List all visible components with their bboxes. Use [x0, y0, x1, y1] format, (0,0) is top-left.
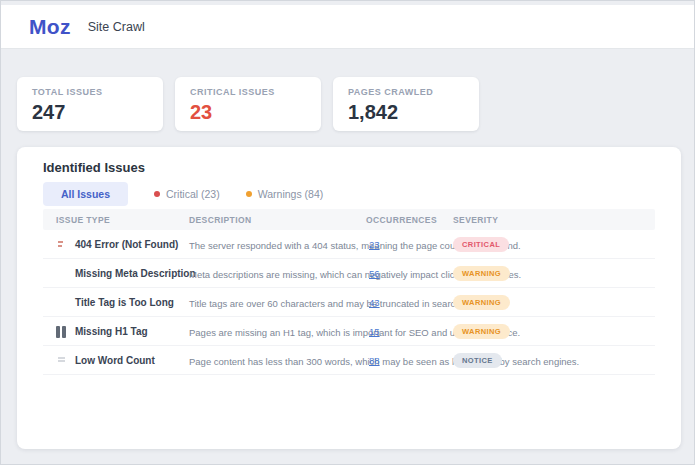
occurrences-link[interactable]: 15 [369, 326, 380, 337]
severity-badge: WARNING [453, 266, 510, 281]
stat-label: CRITICAL ISSUES [190, 87, 321, 97]
issue-type: Missing Meta Description [75, 268, 196, 279]
issue-type: 404 Error (Not Found) [75, 239, 178, 250]
severity-badge: WARNING [453, 295, 510, 310]
identified-issues-panel: Identified Issues All Issues Critical (2… [17, 147, 681, 449]
stat-card-critical-issues: CRITICAL ISSUES 23 [175, 77, 321, 131]
tab-warnings[interactable]: Warnings (84) [246, 188, 324, 200]
stat-label: PAGES CRAWLED [348, 87, 479, 97]
tab-all-issues[interactable]: All Issues [43, 182, 128, 206]
col-header-severity: SEVERITY [453, 215, 498, 225]
tab-label: Critical (23) [166, 188, 220, 200]
tab-label: Warnings (84) [258, 188, 324, 200]
table-row[interactable]: Missing Meta Description Meta descriptio… [43, 259, 655, 288]
stat-value: 1,842 [348, 101, 479, 124]
table-header-row: ISSUE TYPE DESCRIPTION OCCURRENCES SEVER… [43, 209, 655, 230]
table-row[interactable]: Missing H1 Tag Pages are missing an H1 t… [43, 317, 655, 346]
page-title: Site Crawl [88, 20, 145, 34]
occurrences-link[interactable]: 23 [369, 239, 380, 250]
document-lines-icon [56, 354, 68, 367]
top-bar: Moz Site Crawl [1, 5, 694, 49]
stat-value: 247 [32, 101, 163, 124]
occurrences-link[interactable]: 56 [369, 268, 380, 279]
table-row[interactable]: Low Word Count Page content has less tha… [43, 346, 655, 375]
col-header-occurrences: OCCURRENCES [366, 215, 437, 225]
table-row[interactable]: Title Tag is Too Long Title tags are ove… [43, 288, 655, 317]
occurrences-link[interactable]: 43 [369, 297, 380, 308]
issue-type: Title Tag is Too Long [75, 297, 174, 308]
stat-label: TOTAL ISSUES [32, 87, 163, 97]
issue-type: Low Word Count [75, 355, 155, 366]
warning-dot-icon [246, 191, 252, 197]
tab-critical[interactable]: Critical (23) [154, 188, 220, 200]
site-crawl-screen: Moz Site Crawl TOTAL ISSUES 247 CRITICAL… [0, 0, 695, 465]
table-row[interactable]: 404 Error (Not Found) The server respond… [43, 230, 655, 259]
issue-description: Page content has less than 300 words, wh… [189, 356, 579, 367]
issues-table: ISSUE TYPE DESCRIPTION OCCURRENCES SEVER… [43, 209, 655, 375]
col-header-description: DESCRIPTION [189, 215, 252, 225]
panel-title: Identified Issues [43, 160, 145, 175]
issue-filter-tabs: All Issues Critical (23) Warnings (84) [43, 181, 323, 207]
stat-cards: TOTAL ISSUES 247 CRITICAL ISSUES 23 PAGE… [17, 77, 491, 131]
severity-badge: NOTICE [453, 353, 502, 368]
issue-type: Missing H1 Tag [75, 326, 148, 337]
moz-logo[interactable]: Moz [29, 15, 71, 39]
col-header-issue-type: ISSUE TYPE [56, 215, 110, 225]
broken-page-icon [56, 238, 68, 251]
occurrences-link[interactable]: 88 [369, 355, 380, 366]
severity-badge: WARNING [453, 324, 510, 339]
diamond-warning-icon [56, 267, 68, 280]
critical-dot-icon [154, 191, 160, 197]
severity-badge: CRITICAL [453, 237, 509, 252]
stat-card-total-issues: TOTAL ISSUES 247 [17, 77, 163, 131]
diamond-warning-icon [56, 296, 68, 309]
stat-value: 23 [190, 101, 321, 124]
stat-card-pages-crawled: PAGES CRAWLED 1,842 [333, 77, 479, 131]
issue-description: Title tags are over 60 characters and ma… [189, 298, 494, 309]
h1-bars-icon [56, 325, 68, 338]
